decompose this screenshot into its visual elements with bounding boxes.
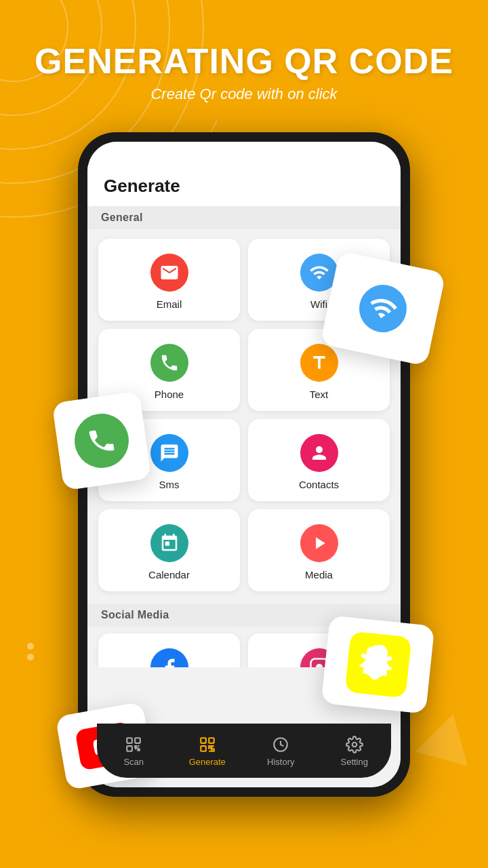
text-label: Text xyxy=(310,389,329,400)
setting-nav-icon xyxy=(345,735,364,754)
nav-item-generate[interactable]: Generate xyxy=(171,735,245,767)
setting-nav-label: Setting xyxy=(341,757,368,767)
nav-item-history[interactable]: History xyxy=(244,735,318,767)
phone-label: Phone xyxy=(155,389,184,400)
grid-item-facebook[interactable]: Facebook xyxy=(98,633,240,667)
sms-icon xyxy=(150,434,188,472)
svg-rect-9 xyxy=(135,738,140,743)
deco-dots xyxy=(27,643,34,665)
phone-mockup: Generate General Email xyxy=(78,132,410,797)
calendar-icon xyxy=(150,524,188,562)
history-nav-label: History xyxy=(267,757,294,767)
svg-rect-12 xyxy=(209,738,214,743)
grid-item-contacts[interactable]: Contacts xyxy=(248,419,390,501)
scan-nav-icon xyxy=(124,735,143,754)
screen-header: Generate xyxy=(87,142,401,206)
app-header: GENERATING QR CODE Create Qr code with o… xyxy=(0,0,488,117)
svg-rect-13 xyxy=(201,746,206,751)
history-nav-icon xyxy=(271,735,290,754)
screen-title: Generate xyxy=(104,176,384,197)
generate-nav-label: Generate xyxy=(189,757,226,767)
section-general-label: General xyxy=(87,206,401,229)
nav-item-setting[interactable]: Setting xyxy=(318,735,392,767)
email-icon xyxy=(150,254,188,292)
email-label: Email xyxy=(157,298,182,310)
facebook-icon xyxy=(150,648,188,667)
scan-nav-label: Scan xyxy=(123,757,144,767)
svg-rect-11 xyxy=(201,738,206,743)
svg-rect-8 xyxy=(127,738,133,743)
app-title: GENERATING QR CODE xyxy=(0,41,488,81)
deco-triangle xyxy=(415,707,480,766)
bottom-nav: Scan Generate xyxy=(97,724,391,778)
media-label: Media xyxy=(305,569,333,580)
floating-card-snapchat xyxy=(321,615,435,713)
wifi-label: Wifi xyxy=(310,298,327,310)
svg-rect-10 xyxy=(127,746,133,751)
sms-label: Sms xyxy=(159,479,180,490)
nav-item-scan[interactable]: Scan xyxy=(97,735,171,767)
phone-icon xyxy=(150,344,188,382)
app-subtitle: Create Qr code with on click xyxy=(0,85,488,103)
contacts-label: Contacts xyxy=(299,479,339,490)
svg-point-15 xyxy=(352,742,357,747)
grid-item-calendar[interactable]: Calendar xyxy=(98,509,240,591)
contacts-icon xyxy=(300,434,338,472)
grid-item-email[interactable]: Email xyxy=(98,239,240,321)
calendar-label: Calendar xyxy=(148,569,190,580)
floating-card-phone xyxy=(52,391,152,491)
generate-nav-icon xyxy=(198,735,217,754)
media-icon xyxy=(300,524,338,562)
grid-item-media[interactable]: Media xyxy=(248,509,390,591)
text-icon xyxy=(300,344,338,382)
